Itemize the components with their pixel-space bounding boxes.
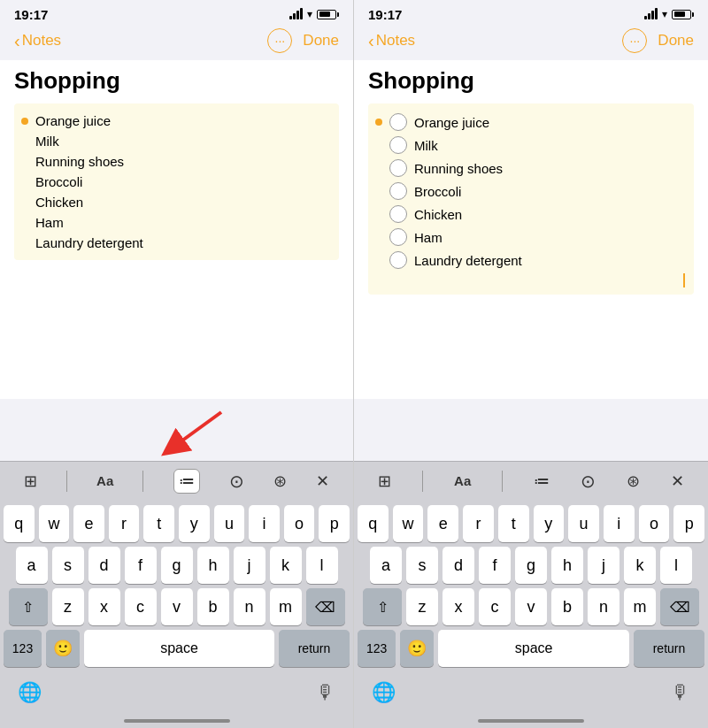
home-bar-left [124, 719, 230, 723]
key-l-right[interactable]: l [660, 547, 692, 584]
mic-icon-right[interactable]: 🎙 [671, 681, 690, 704]
key-shift-right[interactable]: ⇧ [363, 588, 402, 625]
done-button-left[interactable]: Done [303, 32, 339, 50]
table-icon-right[interactable]: ⊞ [378, 471, 391, 491]
key-a-left[interactable]: a [16, 547, 48, 584]
text-format-icon-right[interactable]: Aa [454, 473, 471, 488]
key-x-right[interactable]: x [442, 588, 474, 625]
key-n-left[interactable]: n [234, 588, 266, 625]
key-h-right[interactable]: h [551, 547, 583, 584]
camera-icon-left[interactable]: ⊙ [229, 471, 244, 492]
key-u-left[interactable]: u [214, 505, 245, 542]
key-space-left[interactable]: space [84, 630, 274, 667]
key-l-left[interactable]: l [306, 547, 338, 584]
checkbox-0-right[interactable] [389, 113, 407, 131]
key-q-right[interactable]: q [358, 505, 389, 542]
key-v-left[interactable]: v [161, 588, 193, 625]
key-m-left[interactable]: m [270, 588, 302, 625]
key-a-right[interactable]: a [370, 547, 402, 584]
key-c-left[interactable]: c [125, 588, 157, 625]
key-t-right[interactable]: t [498, 505, 529, 542]
close-icon-left[interactable]: ✕ [316, 471, 329, 491]
globe-icon-right[interactable]: 🌐 [372, 681, 396, 704]
compose-icon-left[interactable]: ⊛ [273, 471, 287, 491]
key-f-left[interactable]: f [125, 547, 157, 584]
text-format-icon-left[interactable]: Aa [96, 473, 113, 488]
checkbox-2-right[interactable] [389, 159, 407, 177]
key-s-left[interactable]: s [52, 547, 84, 584]
key-o-right[interactable]: o [639, 505, 670, 542]
key-return-left[interactable]: return [279, 630, 350, 667]
cursor-dot-right [375, 119, 382, 126]
key-g-right[interactable]: g [515, 547, 547, 584]
compose-icon-right[interactable]: ⊛ [627, 471, 640, 491]
key-v-right[interactable]: v [515, 588, 547, 625]
checkbox-1-right[interactable] [389, 136, 407, 154]
key-s-right[interactable]: s [406, 547, 438, 584]
key-emoji-right[interactable]: 🙂 [400, 630, 434, 667]
nav-bar-left: ‹ Notes ··· Done [0, 25, 353, 60]
key-z-left[interactable]: z [52, 588, 84, 625]
key-f-right[interactable]: f [479, 547, 511, 584]
key-d-right[interactable]: d [442, 547, 474, 584]
key-emoji-left[interactable]: 🙂 [46, 630, 80, 667]
key-p-right[interactable]: p [673, 505, 704, 542]
key-j-right[interactable]: j [588, 547, 620, 584]
key-p-left[interactable]: p [319, 505, 350, 542]
key-shift-left[interactable]: ⇧ [9, 588, 48, 625]
home-indicator-left [0, 716, 353, 728]
checkbox-3-right[interactable] [389, 182, 407, 200]
key-y-right[interactable]: y [534, 505, 565, 542]
ellipsis-button-right[interactable]: ··· [622, 28, 647, 53]
key-b-left[interactable]: b [197, 588, 229, 625]
key-i-right[interactable]: i [604, 505, 635, 542]
ellipsis-button-left[interactable]: ··· [267, 28, 292, 53]
key-return-right[interactable]: return [634, 630, 704, 667]
key-m-right[interactable]: m [624, 588, 656, 625]
key-h-left[interactable]: h [197, 547, 229, 584]
camera-icon-right[interactable]: ⊙ [581, 471, 596, 492]
key-i-left[interactable]: i [249, 505, 280, 542]
key-delete-right[interactable]: ⌫ [660, 588, 699, 625]
checkbox-6-right[interactable] [389, 251, 407, 269]
back-button-left[interactable]: ‹ Notes [14, 31, 61, 51]
note-list-left[interactable]: Orange juice Milk Running shoes Broccoli… [14, 103, 339, 260]
key-d-left[interactable]: d [88, 547, 120, 584]
key-w-right[interactable]: w [393, 505, 424, 542]
checklist-icon-left[interactable]: ≔ [173, 469, 200, 494]
key-j-left[interactable]: j [234, 547, 266, 584]
checkbox-4-right[interactable] [389, 205, 407, 223]
back-button-right[interactable]: ‹ Notes [368, 31, 415, 51]
key-y-left[interactable]: y [179, 505, 210, 542]
key-b-right[interactable]: b [551, 588, 583, 625]
done-button-right[interactable]: Done [658, 32, 694, 50]
key-123-right[interactable]: 123 [358, 630, 396, 667]
key-k-left[interactable]: k [270, 547, 302, 584]
close-icon-right[interactable]: ✕ [671, 471, 684, 491]
key-q-left[interactable]: q [4, 505, 35, 542]
key-r-right[interactable]: r [463, 505, 494, 542]
key-z-right[interactable]: z [406, 588, 438, 625]
key-g-left[interactable]: g [161, 547, 193, 584]
globe-icon-left[interactable]: 🌐 [18, 681, 42, 704]
checkbox-5-right[interactable] [389, 228, 407, 246]
key-space-right[interactable]: space [438, 630, 629, 667]
key-c-right[interactable]: c [479, 588, 511, 625]
checklist-icon-right[interactable]: ≔ [534, 471, 550, 491]
key-u-right[interactable]: u [568, 505, 599, 542]
key-k-right[interactable]: k [624, 547, 656, 584]
key-e-left[interactable]: e [73, 505, 104, 542]
key-r-left[interactable]: r [109, 505, 140, 542]
key-o-left[interactable]: o [284, 505, 315, 542]
key-e-right[interactable]: e [427, 505, 458, 542]
key-123-left[interactable]: 123 [4, 630, 42, 667]
note-content-right: Shopping Orange juice Milk Running shoes [354, 60, 708, 399]
key-n-right[interactable]: n [588, 588, 620, 625]
key-delete-left[interactable]: ⌫ [306, 588, 345, 625]
note-list-right[interactable]: Orange juice Milk Running shoes Broccoli [368, 103, 694, 295]
mic-icon-left[interactable]: 🎙 [316, 681, 335, 704]
key-t-left[interactable]: t [143, 505, 174, 542]
key-w-left[interactable]: w [39, 505, 70, 542]
table-icon-left[interactable]: ⊞ [24, 471, 37, 491]
key-x-left[interactable]: x [88, 588, 120, 625]
